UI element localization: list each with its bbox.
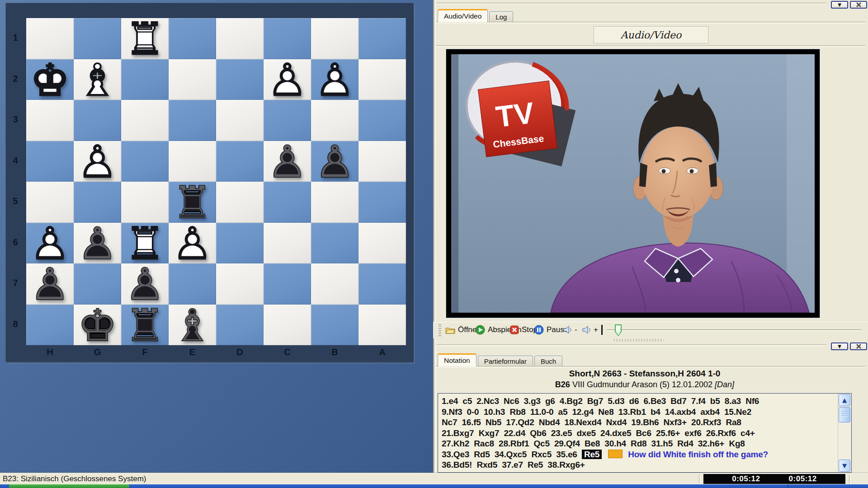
square-a4[interactable] bbox=[359, 141, 406, 182]
pane-resize-grip[interactable] bbox=[614, 339, 664, 342]
black-rook-f8[interactable]: ♜♖ bbox=[121, 305, 169, 346]
square-a6[interactable] bbox=[359, 223, 406, 264]
black-pawn-b4[interactable]: ♟♙ bbox=[311, 141, 359, 182]
square-g7[interactable] bbox=[74, 263, 121, 305]
white-pawn-g4[interactable]: ♟♙ bbox=[74, 141, 121, 182]
square-d1[interactable] bbox=[216, 18, 264, 59]
white-king-h2[interactable]: ♚♔ bbox=[26, 59, 74, 100]
tab-buch[interactable]: Buch bbox=[534, 356, 562, 366]
notation-move-line[interactable]: Nc7 16.f5 Nb5 17.Qd2 Nbd4 18.Nexd4 Nxd4 … bbox=[442, 417, 838, 428]
square-h5[interactable] bbox=[26, 182, 74, 223]
square-e2[interactable] bbox=[169, 59, 216, 100]
square-h1[interactable] bbox=[26, 18, 74, 59]
square-c8[interactable] bbox=[264, 305, 311, 346]
start-button[interactable] bbox=[9, 484, 129, 488]
square-a1[interactable] bbox=[359, 18, 406, 59]
volume-down-button[interactable]: - bbox=[563, 324, 577, 336]
square-b5[interactable] bbox=[311, 182, 359, 223]
stop-button[interactable]: Stop bbox=[510, 324, 538, 336]
close-icon bbox=[856, 2, 861, 7]
scroll-down-button[interactable]: ▼ bbox=[839, 460, 850, 472]
scrollbar-thumb[interactable] bbox=[839, 407, 850, 422]
square-c6[interactable] bbox=[264, 223, 311, 264]
notation-move-line[interactable]: 36.Bd5! Rxd5 37.e7 Re5 38.Rxg6+ bbox=[442, 460, 838, 470]
square-g3[interactable] bbox=[74, 100, 121, 141]
square-f3[interactable] bbox=[121, 100, 169, 141]
square-e7[interactable] bbox=[169, 263, 216, 305]
tab-notation[interactable]: Notation bbox=[438, 353, 476, 366]
square-a5[interactable] bbox=[359, 182, 406, 223]
black-pawn-c4[interactable]: ♟♙ bbox=[264, 141, 311, 182]
square-c1[interactable] bbox=[264, 18, 311, 59]
tab-audio-video[interactable]: Audio/Video bbox=[438, 9, 488, 22]
square-h8[interactable] bbox=[26, 305, 74, 346]
square-d6[interactable] bbox=[216, 223, 264, 264]
square-d5[interactable] bbox=[216, 182, 264, 223]
square-e1[interactable] bbox=[169, 18, 216, 59]
notation-move-line[interactable]: 1.e4 c5 2.Nc3 Nc6 3.g3 g6 4.Bg2 Bg7 5.d3… bbox=[442, 396, 838, 407]
square-g5[interactable] bbox=[74, 182, 121, 223]
white-pawn-c2[interactable]: ♟♙ bbox=[264, 59, 311, 100]
square-b8[interactable] bbox=[311, 305, 359, 346]
status-separator bbox=[849, 475, 851, 483]
square-b6[interactable] bbox=[311, 223, 359, 264]
current-move-highlight[interactable]: Re5 bbox=[582, 450, 602, 459]
tab-partieformular[interactable]: Partieformular bbox=[478, 356, 533, 366]
black-pawn-f7[interactable]: ♟♙ bbox=[121, 263, 169, 305]
av-close-button[interactable] bbox=[850, 1, 867, 9]
notation-close-button[interactable] bbox=[850, 343, 867, 350]
square-e3[interactable] bbox=[169, 100, 216, 141]
seek-slider-track[interactable] bbox=[607, 329, 861, 331]
square-a3[interactable] bbox=[359, 100, 406, 141]
file-label-c: C bbox=[264, 347, 311, 357]
volume-up-label: + bbox=[594, 325, 598, 334]
toolbar-grip[interactable] bbox=[439, 324, 441, 336]
square-a8[interactable] bbox=[359, 305, 406, 346]
square-h3[interactable] bbox=[26, 100, 74, 141]
volume-up-button[interactable]: + bbox=[582, 324, 598, 336]
seek-slider-thumb[interactable] bbox=[615, 324, 622, 336]
notation-move-line[interactable]: 27.Kh2 Rac8 28.Rbf1 Qc5 29.Qf4 Be8 30.h4… bbox=[442, 438, 838, 449]
pause-icon bbox=[534, 325, 544, 335]
black-pawn-g6[interactable]: ♟♙ bbox=[74, 223, 121, 264]
square-d7[interactable] bbox=[216, 263, 264, 305]
rank-label-7: 7 bbox=[6, 278, 24, 288]
square-a2[interactable] bbox=[359, 59, 406, 100]
square-c5[interactable] bbox=[264, 182, 311, 223]
square-b3[interactable] bbox=[311, 100, 359, 141]
white-bishop-g2[interactable]: ♝♗ bbox=[74, 59, 121, 100]
moves-text[interactable]: 1.e4 c5 2.Nc3 Nc6 3.g3 g6 4.Bg2 Bg7 5.d3… bbox=[438, 394, 838, 472]
square-d2[interactable] bbox=[216, 59, 264, 100]
notation-tab-row: NotationPartieformularBuch bbox=[438, 352, 562, 366]
square-h4[interactable] bbox=[26, 141, 74, 182]
notation-move-line[interactable]: 9.Nf3 0-0 10.h3 Rb8 11.0-0 a5 12.g4 Ne8 … bbox=[442, 407, 838, 418]
square-f5[interactable] bbox=[121, 182, 169, 223]
square-b1[interactable] bbox=[311, 18, 359, 59]
black-bishop-e8[interactable]: ♝♗ bbox=[169, 305, 216, 346]
square-g1[interactable] bbox=[74, 18, 121, 59]
white-pawn-b2[interactable]: ♟♙ bbox=[311, 59, 359, 100]
square-f4[interactable] bbox=[121, 141, 169, 182]
square-d4[interactable] bbox=[216, 141, 264, 182]
square-c7[interactable] bbox=[264, 263, 311, 305]
black-rook-e5[interactable]: ♜♖ bbox=[169, 182, 216, 223]
white-rook-f6[interactable]: ♜♖ bbox=[121, 223, 169, 264]
av-collapse-button[interactable]: ▼ bbox=[831, 1, 848, 9]
square-d8[interactable] bbox=[216, 305, 264, 346]
square-d3[interactable] bbox=[216, 100, 264, 141]
square-a7[interactable] bbox=[359, 263, 406, 305]
scroll-up-button[interactable]: ▲ bbox=[839, 394, 850, 406]
square-f2[interactable] bbox=[121, 59, 169, 100]
square-e4[interactable] bbox=[169, 141, 216, 182]
white-pawn-h6[interactable]: ♟♙ bbox=[26, 223, 74, 264]
black-pawn-h7[interactable]: ♟♙ bbox=[26, 263, 74, 305]
black-king-g8[interactable]: ♚♔ bbox=[74, 305, 121, 346]
notation-question-line[interactable]: 33.Qe3 Rd5 34.Qxc5 Rxc5 35.e6 Re5How did… bbox=[442, 449, 838, 460]
white-pawn-e6[interactable]: ♟♙ bbox=[169, 223, 216, 264]
notation-move-line[interactable]: 21.Bxg7 Kxg7 22.d4 Qb6 23.e5 dxe5 24.dxe… bbox=[442, 428, 838, 439]
tab-log[interactable]: Log bbox=[489, 11, 513, 22]
notation-collapse-button[interactable]: ▼ bbox=[831, 343, 848, 350]
square-c3[interactable] bbox=[264, 100, 311, 141]
square-b7[interactable] bbox=[311, 263, 359, 305]
white-rook-f1[interactable]: ♜♖ bbox=[121, 18, 169, 59]
